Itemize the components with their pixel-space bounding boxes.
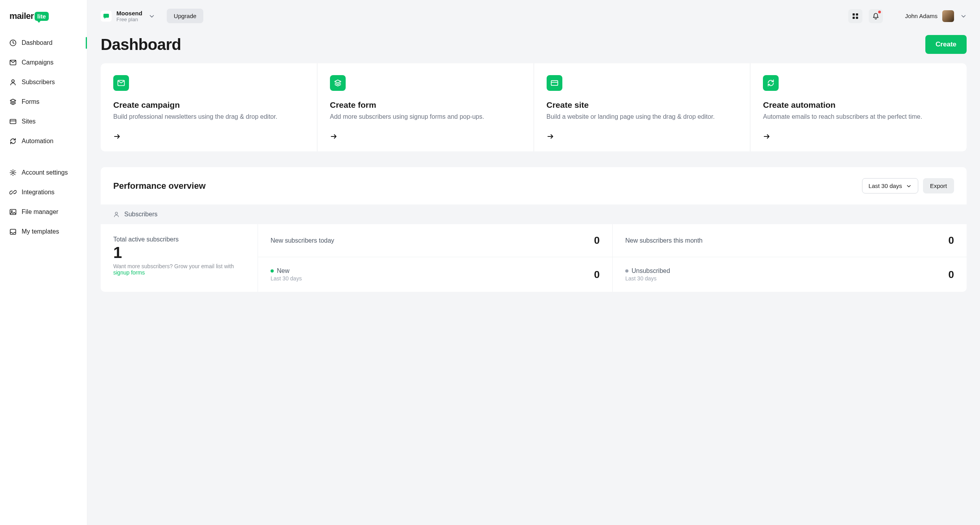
card-desc: Add more subscribers using signup forms … [330,112,521,122]
card-desc: Build a website or landing page using th… [547,112,738,122]
sidebar-item-sites[interactable]: Sites [0,112,87,131]
nav-label: Account settings [22,169,68,176]
user-menu[interactable]: John Adams [905,10,967,22]
refresh-icon [763,75,779,91]
arrow-icon [547,133,738,140]
gear-icon [9,169,17,176]
clock-icon [9,39,17,46]
quick-create-campaign[interactable]: Create campaignBuild professional newsle… [101,63,317,151]
stat-new-today: New subscribers today 0 [258,224,612,257]
quick-create-site[interactable]: Create siteBuild a website or landing pa… [534,63,750,151]
card-title: Create site [547,100,738,110]
notification-dot [878,11,881,13]
upgrade-button[interactable]: Upgrade [167,9,204,23]
nav-label: File manager [22,208,58,216]
dot-icon [271,269,274,273]
sidebar-item-campaigns[interactable]: Campaigns [0,53,87,72]
mail-icon [9,59,17,66]
nav-label: Subscribers [22,79,55,86]
quick-cards: Create campaignBuild professional newsle… [101,63,967,151]
nav-label: Dashboard [22,39,52,46]
card-icon [9,118,17,125]
nav-secondary: Account settingsIntegrationsFile manager… [0,163,87,241]
layers-icon [9,98,17,105]
card-title: Create campaign [113,100,304,110]
page-title: Dashboard [101,36,181,53]
range-select[interactable]: Last 30 days [862,178,918,193]
quick-create-automation[interactable]: Create automationAutomate emails to reac… [750,63,967,151]
total-subscribers: Total active subscribers 1 Want more sub… [101,224,258,292]
card-title: Create form [330,100,521,110]
notifications-button[interactable] [869,9,883,23]
main: Moosend Free plan Upgrade John Adams Das… [87,0,980,525]
card-icon [547,75,562,91]
logo-suffix: lite [35,12,49,21]
image-icon [9,208,17,216]
layers-icon [330,75,346,91]
sidebar: mailer lite DashboardCampaignsSubscriber… [0,0,87,525]
subscribers-bar: Subscribers [101,204,967,224]
card-desc: Build professional newsletters using the… [113,112,304,122]
total-value: 1 [113,244,245,262]
sidebar-item-automation[interactable]: Automation [0,131,87,151]
tray-icon [9,228,17,235]
stat-new-month: New subscribers this month 0 [613,224,967,257]
stat-unsubscribed: Unsubscribed Last 30 days 0 [613,257,967,292]
card-desc: Automate emails to reach subscribers at … [763,112,954,122]
sidebar-item-subscribers[interactable]: Subscribers [0,72,87,92]
user-icon [9,79,17,86]
nav-label: Campaigns [22,59,53,66]
hint-prefix: Want more subscribers? [113,263,174,269]
arrow-icon [330,133,521,140]
sidebar-item-integrations[interactable]: Integrations [0,182,87,202]
dot-icon [625,269,628,273]
avatar [942,10,954,22]
sidebar-item-file-manager[interactable]: File manager [0,202,87,222]
account-plan: Free plan [116,17,142,22]
sidebar-item-dashboard[interactable]: Dashboard [0,33,87,53]
logo[interactable]: mailer lite [0,8,87,33]
nav-label: Sites [22,118,36,125]
chevron-down-icon [960,13,967,19]
account-switcher[interactable]: Moosend Free plan [101,10,155,22]
topbar: Moosend Free plan Upgrade John Adams [101,9,967,23]
nav-label: Automation [22,138,53,145]
export-button[interactable]: Export [923,178,954,193]
sidebar-item-my-templates[interactable]: My templates [0,222,87,241]
performance-title: Performance overview [113,181,206,191]
range-label: Last 30 days [869,182,902,189]
mail-icon [113,75,129,91]
link-icon [9,189,17,196]
nav-label: Forms [22,98,39,105]
chat-icon [101,11,112,22]
nav-label: Integrations [22,189,55,196]
subscribers-label: Subscribers [124,211,157,218]
hint-gray: Grow your email list with [174,263,234,269]
account-name: Moosend [116,10,142,17]
nav-primary: DashboardCampaignsSubscribersFormsSitesA… [0,33,87,151]
card-title: Create automation [763,100,954,110]
arrow-icon [763,133,954,140]
stat-new: New Last 30 days 0 [258,257,612,292]
apps-button[interactable] [848,9,862,23]
performance-panel: Performance overview Last 30 days Export… [101,167,967,292]
sidebar-item-account-settings[interactable]: Account settings [0,163,87,182]
chevron-down-icon [149,13,155,19]
nav-label: My templates [22,228,59,235]
user-name: John Adams [905,13,938,19]
user-icon [113,211,120,217]
signup-forms-link[interactable]: signup forms [113,269,145,276]
logo-prefix: mailer [9,11,34,21]
create-button[interactable]: Create [925,35,967,54]
refresh-icon [9,138,17,145]
total-label: Total active subscribers [113,236,245,243]
sidebar-item-forms[interactable]: Forms [0,92,87,112]
quick-create-form[interactable]: Create formAdd more subscribers using si… [317,63,534,151]
arrow-icon [113,133,304,140]
chevron-down-icon [906,183,912,189]
